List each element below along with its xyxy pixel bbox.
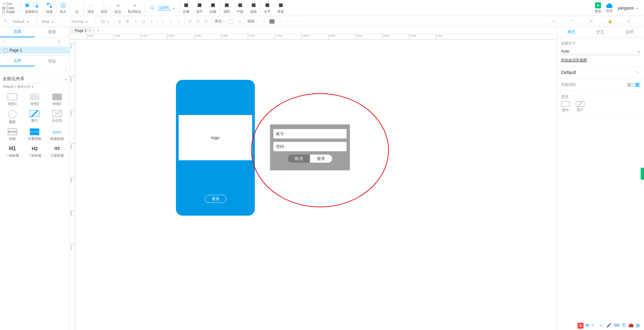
size-dropdown[interactable]: 13: [99, 19, 111, 24]
bullets-icon[interactable]: ≡: [149, 19, 154, 24]
style-dropdown[interactable]: Default: [11, 19, 34, 24]
cut-button[interactable]: Cut: [2, 2, 18, 6]
close-tab-icon[interactable]: ×: [89, 29, 91, 33]
insert-group[interactable]: 插入: [56, 0, 70, 16]
align-middle-group[interactable]: ⬛中部: [233, 0, 247, 16]
widget-primary-button[interactable]: BUTTON主要按钮: [24, 127, 46, 143]
w-field[interactable]: W: [583, 19, 600, 23]
no-fill-icon[interactable]: ◻: [236, 19, 242, 24]
bottom-layer-group[interactable]: ▢底层: [97, 0, 111, 16]
widget-search-input[interactable]: [5, 68, 62, 73]
page-align-left-icon[interactable]: [627, 83, 633, 87]
add-adaptive-link[interactable]: 添加自适应视图: [561, 58, 587, 63]
select-intersect-icon[interactable]: [33, 2, 39, 9]
top-layer-group[interactable]: ▢顶层: [84, 0, 97, 16]
dialog-login-button[interactable]: 登录: [310, 155, 332, 163]
ime-skin-icon[interactable]: 👕: [621, 323, 627, 328]
canvas-tab[interactable]: Page 1×: [71, 28, 94, 33]
ime-settings-icon[interactable]: ▦: [636, 323, 641, 328]
tab-style[interactable]: 样式: [557, 27, 586, 37]
stroke-color-swatch[interactable]: [269, 19, 275, 24]
tab-widgets[interactable]: 元件: [0, 56, 35, 66]
account-input[interactable]: 账号：: [273, 129, 347, 139]
widget-rect2[interactable]: 矩形2: [24, 92, 46, 108]
ungroup-group[interactable]: ▣取消组合: [125, 0, 145, 16]
halign-right-icon[interactable]: ≡: [176, 19, 182, 24]
page-size-select[interactable]: Auto: [561, 48, 640, 55]
fill-image-option[interactable]: 图片: [576, 101, 585, 112]
page-search-input[interactable]: [9, 39, 55, 43]
dist-h-group[interactable]: ⬛水平: [261, 0, 274, 16]
font-dropdown[interactable]: Arial: [40, 19, 67, 24]
connect-icon[interactable]: [46, 2, 53, 9]
ruler-vertical[interactable]: 100200300400500600700: [70, 40, 75, 330]
widget-h1[interactable]: H1一级标题: [1, 144, 24, 159]
add-page-icon[interactable]: [57, 39, 61, 44]
widget-rect3[interactable]: 矩形3: [46, 92, 68, 108]
tab-masters[interactable]: 母版: [35, 56, 70, 66]
ime-punct-icon[interactable]: •,: [592, 323, 597, 328]
page-item[interactable]: Page 1: [0, 47, 70, 54]
stroke-style-icon[interactable]: —: [277, 19, 283, 24]
tab-pages[interactable]: 页面: [0, 27, 35, 37]
valign-middle-icon[interactable]: ☰: [195, 19, 201, 24]
align-bottom-group[interactable]: ⬛底部: [247, 0, 260, 16]
align-right-group[interactable]: ⬛右侧: [206, 0, 220, 16]
phone-login-button[interactable]: 登录: [205, 195, 226, 203]
h-field[interactable]: H: [620, 19, 637, 23]
fill-color-option[interactable]: 颜色: [561, 101, 570, 112]
valign-top-icon[interactable]: ☰: [187, 19, 193, 24]
arrow-end-icon[interactable]: →: [293, 19, 299, 24]
tab-notes[interactable]: 说明: [615, 27, 644, 37]
align-top-group[interactable]: ⬛顶部: [220, 0, 233, 16]
ime-emoji-icon[interactable]: ☺: [599, 323, 604, 328]
weight-dropdown[interactable]: Normal: [70, 19, 93, 24]
ruler-horizontal[interactable]: 1000110012001300140015001600170018001900…: [70, 34, 557, 40]
group-group[interactable]: ▣组合: [111, 0, 125, 16]
stroke-width-icon[interactable]: —: [261, 19, 267, 24]
ime-keyboard-icon[interactable]: ⌨: [614, 323, 619, 328]
tab-interactions[interactable]: 交互: [586, 27, 615, 37]
user-menu[interactable]: yangyaoi: [617, 6, 638, 10]
y-field[interactable]: Y: [564, 19, 581, 23]
align-left-group[interactable]: ⬛左侧: [179, 0, 193, 16]
widget-circle[interactable]: 圆形: [1, 109, 24, 126]
arrow-start-icon[interactable]: ←: [285, 19, 291, 24]
lock-aspect-icon[interactable]: 🔒: [602, 19, 618, 24]
ime-toolbox-icon[interactable]: 🧰: [629, 323, 634, 328]
widget-rect1[interactable]: 矩形1: [1, 92, 24, 108]
ime-lang-toggle[interactable]: 中: [586, 323, 590, 329]
paste-button[interactable]: Paste: [2, 10, 18, 14]
bold-icon[interactable]: B: [125, 19, 130, 24]
phone-mockup[interactable]: logo 登录: [176, 80, 255, 216]
widget-h3[interactable]: H3三级标题: [46, 144, 68, 159]
zoom-input[interactable]: [157, 5, 171, 10]
widget-link-button[interactable]: BUTTON链接按钮: [46, 127, 68, 143]
select-mode-group[interactable]: 选择模式: [20, 0, 43, 16]
share-button[interactable]: 共享: [606, 3, 613, 13]
text-color-icon[interactable]: A: [117, 19, 122, 24]
dialog-cancel-button[interactable]: 取消: [288, 155, 310, 163]
widget-placeholder[interactable]: 占位符: [46, 109, 68, 126]
underline-icon[interactable]: U: [141, 19, 146, 24]
canvas[interactable]: logo 登录 账号： 密码： 取消 登录: [75, 40, 557, 330]
fill-color-swatch[interactable]: [228, 19, 234, 24]
zoom-dropdown-icon[interactable]: [172, 6, 175, 10]
library-crumb[interactable]: Default » 基本元件 ▾: [0, 84, 70, 90]
connect-group[interactable]: 连接: [43, 0, 56, 16]
preview-button[interactable]: 预览: [595, 2, 601, 14]
password-input[interactable]: 密码：: [273, 142, 347, 151]
sogou-ime-icon[interactable]: S: [578, 323, 584, 329]
right-edge-tab[interactable]: [641, 168, 644, 180]
ime-mic-icon[interactable]: 🎤: [606, 323, 612, 328]
halign-left-icon[interactable]: ≡: [160, 19, 166, 24]
copy-button[interactable]: Copy: [2, 6, 18, 10]
insert-icon[interactable]: [60, 2, 66, 9]
login-dialog[interactable]: 账号： 密码： 取消 登录: [270, 124, 350, 170]
point-group[interactable]: •点: [70, 0, 84, 16]
select-contained-icon[interactable]: [24, 2, 31, 9]
x-field[interactable]: X: [545, 19, 562, 23]
widget-image[interactable]: 图片: [24, 109, 46, 126]
add-library-icon[interactable]: +: [65, 68, 67, 73]
add-tab-button[interactable]: +: [94, 28, 102, 33]
